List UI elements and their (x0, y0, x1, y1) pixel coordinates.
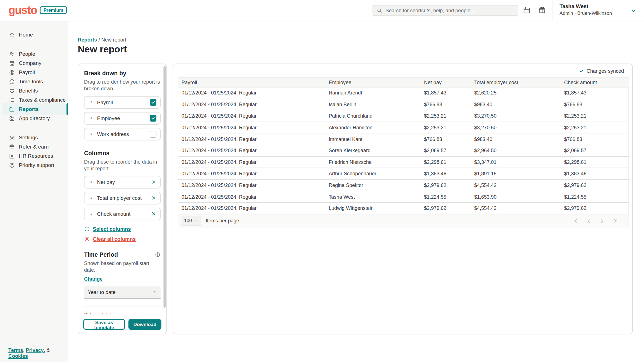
table-cell: $3,347.01 (471, 156, 561, 168)
table-cell: Regina Spektor (325, 179, 421, 191)
table-cell: Tasha West (325, 191, 421, 202)
table-cell: $2,253.21 (561, 110, 629, 122)
select-columns-link[interactable]: Select columns (84, 226, 161, 232)
table-cell: 01/12/2024 - 01/25/2024, Regular (178, 122, 325, 133)
table-row: 01/12/2024 - 01/25/2024, RegularLudwig W… (178, 203, 629, 214)
sidebar-item-label: Reports (19, 106, 39, 112)
column-header-total-employer-cost: Total employer cost (471, 77, 561, 87)
last-page-icon[interactable] (613, 218, 619, 223)
sidebar-item-home[interactable]: Home (0, 30, 68, 39)
table-cell: 01/12/2024 - 01/25/2024, Regular (178, 203, 325, 214)
column-card-total-employer-cost[interactable]: Total employer cost (84, 192, 161, 204)
legal-separator: , & (44, 347, 50, 353)
legal-link-privacy[interactable]: Privacy (26, 347, 44, 353)
table-cell: 01/12/2024 - 01/25/2024, Regular (178, 145, 325, 156)
check-icon (579, 69, 584, 74)
table-row: 01/12/2024 - 01/25/2024, RegularFriedric… (178, 156, 629, 168)
card-label: Check amount (97, 211, 148, 217)
drag-handle-icon[interactable] (88, 179, 94, 185)
plan-badge: Premium (40, 6, 67, 14)
global-search[interactable] (373, 5, 518, 16)
sidebar-item-refer-earn[interactable]: Refer & earn (0, 142, 68, 151)
items-per-page-select[interactable]: 100 (181, 216, 201, 225)
sidebar-item-people[interactable]: People (0, 49, 68, 59)
gusto-logo[interactable]: gusto (8, 4, 37, 17)
legal-link-cookies[interactable]: Cookies (8, 353, 28, 359)
card-label: Total employer cost (97, 195, 148, 201)
sidebar-item-time-tools[interactable]: Time tools (0, 77, 68, 86)
sidebar-item-reports[interactable]: Reports (0, 105, 68, 114)
table-cell: $4,554.42 (471, 203, 561, 214)
legal-links: Terms, Privacy, & Cookies (8, 347, 68, 359)
content-row: Break down by Drag to reorder how your r… (78, 64, 633, 334)
table-cell: 01/12/2024 - 01/25/2024, Regular (178, 179, 325, 191)
table-row: 01/12/2024 - 01/25/2024, RegularArthur S… (178, 168, 629, 179)
sidebar-item-settings[interactable]: Settings (0, 133, 68, 142)
drag-handle-icon[interactable] (88, 116, 94, 121)
save-as-template-button[interactable]: Save as template (83, 319, 125, 330)
breadcrumb-link-reports[interactable]: Reports (78, 37, 97, 43)
report-table: PayrollEmployeeNet payTotal employer cos… (178, 77, 629, 227)
checkbox-payroll[interactable] (150, 99, 156, 106)
checkbox-work-address[interactable] (150, 131, 156, 137)
checkbox-employee[interactable] (150, 115, 156, 122)
legal-footer: Terms, Privacy, & Cookies (0, 344, 68, 362)
clear-all-columns-link[interactable]: Clear all columns (84, 236, 161, 242)
account-menu[interactable]: Tasha West Admin · Bruen-Wilkinson (560, 3, 644, 21)
info-icon[interactable] (155, 252, 161, 257)
table-cell: $4,554.42 (471, 179, 561, 191)
sidebar-item-app-directory[interactable]: App directory (0, 114, 68, 123)
main-content: Reports / New report New report Break do… (69, 21, 644, 362)
table-cell: Arthur Schopenhauer (325, 168, 421, 179)
panel-scrollbar[interactable] (164, 66, 166, 308)
download-button[interactable]: Download (129, 319, 161, 330)
breadcrumb-separator: / (97, 37, 101, 43)
sidebar-item-label: Time tools (19, 79, 43, 84)
top-bar: gusto Premium Tasha West Admin · Bruen-W… (0, 0, 644, 21)
drag-handle-icon[interactable] (88, 100, 94, 105)
drag-handle-icon[interactable] (88, 195, 94, 201)
taxes-icon (9, 97, 15, 103)
sidebar-item-company[interactable]: Company (0, 59, 68, 68)
breakdown-card-work-address[interactable]: Work address (84, 128, 161, 140)
remove-column-icon[interactable] (151, 195, 157, 201)
remove-column-icon[interactable] (151, 211, 157, 217)
drag-handle-icon[interactable] (88, 211, 94, 217)
drag-handle-icon[interactable] (88, 132, 94, 137)
table-cell: $2,979.62 (561, 179, 629, 191)
table-row: 01/12/2024 - 01/25/2024, RegularRegina S… (178, 179, 629, 191)
sidebar-item-benefits[interactable]: Benefits (0, 86, 68, 95)
sidebar-item-label: People (19, 51, 35, 57)
gift-button[interactable] (538, 6, 546, 16)
next-page-icon[interactable] (599, 218, 605, 223)
x-circle-icon (84, 236, 90, 242)
table-cell: 01/12/2024 - 01/25/2024, Regular (178, 191, 325, 202)
sidebar-item-hr-resources[interactable]: HR Resources (0, 151, 68, 161)
column-card-net-pay[interactable]: Net pay (84, 176, 161, 188)
first-page-icon[interactable] (573, 218, 578, 223)
table-cell: 01/12/2024 - 01/25/2024, Regular (178, 99, 325, 110)
time-period-select[interactable]: Year to date (84, 286, 161, 298)
breakdown-card-employee[interactable]: Employee (84, 112, 161, 125)
legal-link-terms[interactable]: Terms (8, 347, 23, 353)
header-divider (552, 0, 553, 21)
search-input[interactable] (385, 7, 514, 14)
prev-page-icon[interactable] (586, 218, 592, 223)
table-cell: $1,857.43 (421, 87, 471, 99)
legal-separator: , (23, 347, 26, 353)
plus-circle-icon (84, 226, 90, 232)
remove-column-icon[interactable] (151, 179, 157, 185)
columns-title: Columns (84, 150, 161, 156)
sidebar: HomePeopleCompanyPayrollTime toolsBenefi… (0, 21, 68, 362)
table-cell: $766.83 (421, 99, 471, 110)
change-time-period-link[interactable]: Change (84, 276, 103, 282)
table-cell: $2,253.21 (421, 110, 471, 122)
sidebar-item-priority-support[interactable]: Priority support (0, 161, 68, 170)
column-card-check-amount[interactable]: Check amount (84, 208, 161, 220)
sidebar-item-payroll[interactable]: Payroll (0, 68, 68, 77)
table-row: 01/12/2024 - 01/25/2024, RegularAlexande… (178, 122, 629, 133)
breakdown-card-payroll[interactable]: Payroll (84, 96, 161, 109)
table-row: 01/12/2024 - 01/25/2024, RegularTasha We… (178, 191, 629, 202)
column-header-net-pay: Net pay (421, 77, 471, 87)
calendar-button[interactable] (523, 6, 531, 16)
